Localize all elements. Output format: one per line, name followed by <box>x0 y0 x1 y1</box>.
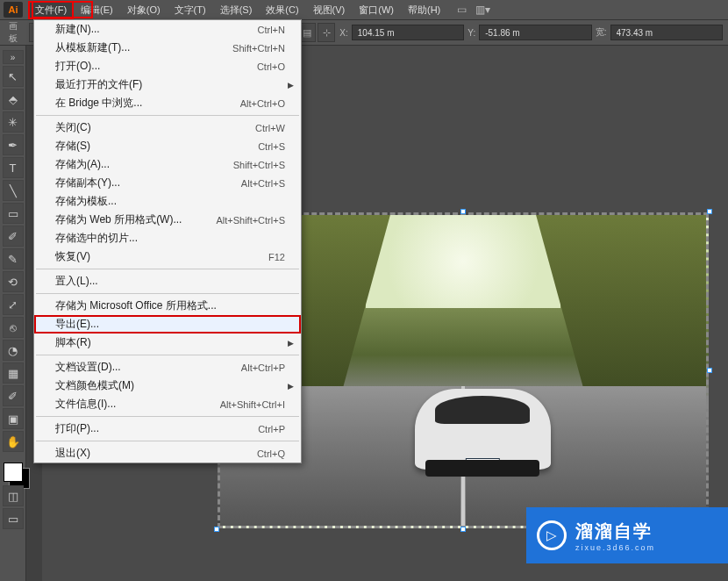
menuitem-label: 在 Bridge 中浏览... <box>55 96 240 111</box>
menu-window[interactable]: 窗口(W) <box>352 1 401 19</box>
menuitem-[interactable]: 存储为模板... <box>34 192 301 211</box>
handle-bottom[interactable] <box>460 527 466 532</box>
screen-mode-icon[interactable]: ▭ <box>3 508 24 529</box>
menuitem-shortcut: Ctrl+Q <box>257 448 285 459</box>
draw-mode-icon[interactable]: ◫ <box>3 485 24 506</box>
menuitem-label: 置入(L)... <box>55 274 285 289</box>
tool-gradient[interactable]: ▦ <box>3 362 24 384</box>
menuitem-f[interactable]: 最近打开的文件(F)▶ <box>34 75 301 94</box>
tool-width[interactable]: ⎋ <box>3 317 24 338</box>
menuitem-m[interactable]: 文档颜色模式(M)▶ <box>34 377 301 395</box>
menuitem-y[interactable]: 存储副本(Y)...Alt+Ctrl+S <box>34 174 301 192</box>
menu-object[interactable]: 对象(O) <box>120 1 168 19</box>
tool-line[interactable]: ╲ <box>3 180 24 201</box>
menuitem-x[interactable]: 退出(X)Ctrl+Q <box>34 444 301 463</box>
menu-separator <box>36 293 299 294</box>
fill-stroke-swatch[interactable] <box>4 463 23 482</box>
layout-icon[interactable]: ▭ <box>454 3 468 17</box>
menu-file[interactable]: 文件(F) <box>28 1 74 19</box>
w-field[interactable] <box>610 25 724 40</box>
menu-separator <box>36 115 299 116</box>
menuitem-a[interactable]: 存储为(A)...Shift+Ctrl+S <box>34 155 301 174</box>
menuitem-label: 文档设置(D)... <box>55 360 241 375</box>
image-car: BS G 688 <box>415 389 551 470</box>
menuitem-c[interactable]: 关闭(C)Ctrl+W <box>34 118 301 137</box>
tool-pen[interactable]: ✒ <box>3 134 24 155</box>
menuitem-label: 打开(O)... <box>55 59 257 74</box>
menuitem-i[interactable]: 文件信息(I)...Alt+Shift+Ctrl+I <box>34 395 301 413</box>
image-sky <box>366 215 560 308</box>
menuitem-s[interactable]: 存储(S)Ctrl+S <box>34 137 301 155</box>
menuitem-shortcut: Ctrl+S <box>258 141 285 152</box>
menuitem-e[interactable]: 导出(E)... <box>34 315 301 334</box>
tool-artboard[interactable]: ▣ <box>3 408 24 429</box>
handle-top[interactable] <box>460 209 466 214</box>
tool-type[interactable]: T <box>3 157 24 178</box>
menuitem-shortcut: Alt+Ctrl+P <box>241 362 285 373</box>
workspace-icon[interactable]: ▥▾ <box>475 3 489 17</box>
menuitem-bridge[interactable]: 在 Bridge 中浏览...Alt+Ctrl+O <box>34 94 301 112</box>
menuitem-label: 脚本(R) <box>55 335 285 350</box>
submenu-arrow-icon: ▶ <box>288 339 294 348</box>
image-trees-right <box>536 215 706 401</box>
menuitem-[interactable]: 存储选中的切片... <box>34 229 301 247</box>
menu-view[interactable]: 视图(V) <box>306 1 353 19</box>
menuitem-d[interactable]: 文档设置(D)...Alt+Ctrl+P <box>34 358 301 377</box>
menu-type[interactable]: 文字(T) <box>168 1 213 19</box>
menuitem-n[interactable]: 新建(N)...Ctrl+N <box>34 20 301 39</box>
tool-hand[interactable]: ✋ <box>3 431 24 452</box>
menuitem-o[interactable]: 打开(O)...Ctrl+O <box>34 57 301 75</box>
menu-separator <box>36 269 299 269</box>
menuitem-r[interactable]: 脚本(R)▶ <box>34 334 301 352</box>
y-label: Y: <box>467 28 475 38</box>
menuitem-label: 存储选中的切片... <box>55 231 285 246</box>
menuitem-label: 存储副本(Y)... <box>55 176 241 190</box>
menuitem-p[interactable]: 打印(P)...Ctrl+P <box>34 420 301 438</box>
menu-separator <box>36 355 299 355</box>
menuitem-label: 从模板新建(T)... <box>55 40 232 55</box>
reference-point-icon[interactable]: ⊹ <box>318 23 335 42</box>
y-field[interactable] <box>479 25 592 40</box>
menu-select[interactable]: 选择(S) <box>213 1 260 19</box>
menuitem-l[interactable]: 置入(L)... <box>34 272 301 290</box>
tool-rectangle[interactable]: ▭ <box>3 203 24 224</box>
file-menu-dropdown[interactable]: 新建(N)...Ctrl+N从模板新建(T)...Shift+Ctrl+N打开(… <box>33 19 302 463</box>
menuitem-label: 存储为(A)... <box>55 157 233 172</box>
artboard-label: 画板 <box>9 20 25 45</box>
menubar-extra-icons: ▭ ▥▾ <box>454 3 489 17</box>
tool-shape-builder[interactable]: ◔ <box>3 340 24 361</box>
menuitem-webw[interactable]: 存储为 Web 所用格式(W)...Alt+Shift+Ctrl+S <box>34 211 301 229</box>
tool-direct-select[interactable]: ⬘ <box>3 89 24 110</box>
menubar: Ai 文件(F) 编辑(E) 对象(O) 文字(T) 选择(S) 效果(C) 视… <box>0 0 728 19</box>
app-logo: Ai <box>4 2 23 18</box>
handle-right[interactable] <box>707 368 712 373</box>
tool-eyedropper[interactable]: ✐ <box>3 385 24 406</box>
watermark-overlay: ▷ 溜溜自学 zixue.3d66.com <box>526 507 728 563</box>
handle-bottom-left[interactable] <box>214 527 219 532</box>
tool-selection[interactable]: ↖ <box>3 66 24 87</box>
watermark-title: 溜溜自学 <box>575 521 653 541</box>
submenu-arrow-icon: ▶ <box>288 382 294 391</box>
tool-rotate[interactable]: ⟲ <box>3 271 24 292</box>
menu-effect[interactable]: 效果(C) <box>259 1 305 19</box>
menu-edit[interactable]: 编辑(E) <box>74 1 120 19</box>
tool-brush[interactable]: ✐ <box>3 226 24 247</box>
x-field[interactable] <box>352 25 465 40</box>
tool-pencil[interactable]: ✎ <box>3 248 24 269</box>
menuitem-microsoftoffice[interactable]: 存储为 Microsoft Office 所用格式... <box>34 297 301 315</box>
handle-top-right[interactable] <box>707 209 712 214</box>
tool-magic-wand[interactable]: ✳ <box>3 111 24 133</box>
menu-separator <box>36 416 299 417</box>
menuitem-label: 退出(X) <box>55 446 257 461</box>
license-plate: BS G 688 <box>466 458 499 468</box>
submenu-arrow-icon: ▶ <box>288 81 294 90</box>
tool-scale[interactable]: ⤢ <box>3 294 24 315</box>
menu-help[interactable]: 帮助(H) <box>401 1 447 19</box>
menuitem-shortcut: Ctrl+O <box>257 61 285 72</box>
tool-tab-icon[interactable]: » <box>3 50 24 64</box>
menuitem-shortcut: F12 <box>268 252 285 262</box>
menuitem-label: 关闭(C) <box>55 120 255 135</box>
menuitem-v[interactable]: 恢复(V)F12 <box>34 247 301 266</box>
menuitem-t[interactable]: 从模板新建(T)...Shift+Ctrl+N <box>34 39 301 57</box>
menuitem-label: 存储(S) <box>55 139 258 154</box>
